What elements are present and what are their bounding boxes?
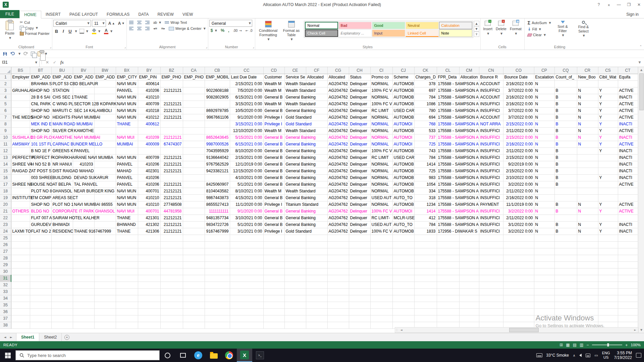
cell-BT26[interactable] [30, 241, 51, 248]
cell-CI10[interactable]: NORMAL [370, 134, 392, 141]
cell-BV12[interactable]: PANVEL [73, 147, 94, 154]
battery-icon[interactable]: ▭ [594, 353, 598, 358]
cell-CC21[interactable]: 9/1/2020 0:00 [230, 208, 263, 215]
cell-CQ25[interactable] [554, 235, 577, 241]
cell-CD14[interactable]: General B [263, 161, 284, 168]
cell-CN34[interactable] [479, 295, 503, 302]
cell-CH17[interactable]: Delinquer [349, 181, 370, 188]
increase-font-size-button[interactable]: A▲ [107, 20, 116, 26]
cell-CN15[interactable]: INSUFFICI [479, 168, 503, 174]
cell-BY37[interactable] [138, 315, 160, 322]
cell-BZ34[interactable] [160, 295, 183, 302]
cell-CP30[interactable] [534, 268, 554, 275]
file-explorer-taskbar-button[interactable] [206, 349, 221, 362]
cell-CJ25[interactable] [392, 235, 414, 241]
cell-BW26[interactable] [94, 241, 116, 248]
cell-CJ27[interactable] [392, 248, 414, 255]
cell-CK30[interactable] [414, 268, 437, 275]
comma-style-button[interactable]: , [227, 27, 230, 34]
column-header-CC[interactable]: CC [230, 67, 263, 74]
cell-style-calculation[interactable]: Calculation [439, 22, 472, 29]
cell-BS3[interactable]: GRUHALA [11, 87, 30, 94]
cell-CK33[interactable] [414, 288, 437, 295]
cell-CK31[interactable] [414, 275, 437, 282]
tab-page-layout[interactable]: PAGE LAYOUT [65, 11, 102, 18]
cell-CB37[interactable] [205, 315, 230, 322]
column-header-CN[interactable]: CN [479, 67, 503, 74]
cell-CR30[interactable] [577, 268, 598, 275]
cell-CJ11[interactable]: AUTOMOI [392, 141, 414, 147]
cell-CC26[interactable] [230, 241, 263, 248]
cell-CB9[interactable] [205, 127, 230, 134]
cell-CL35[interactable] [437, 302, 459, 308]
tab-data[interactable]: DATA [134, 11, 153, 18]
cell-CK26[interactable] [414, 241, 437, 248]
cell-BY35[interactable] [138, 302, 160, 308]
cell-CO3[interactable]: 3/7/2022 0:00 [503, 87, 534, 94]
cell-CE27[interactable] [284, 248, 306, 255]
cell-CK8[interactable]: 768 [414, 121, 437, 127]
cell-CK19[interactable]: 318 [414, 194, 437, 201]
cell-CE14[interactable]: General Banking [284, 161, 306, 168]
cell-CS7[interactable]: Y [598, 114, 618, 121]
zoom-slider-thumb[interactable] [607, 343, 609, 347]
cell-CF25[interactable] [306, 235, 327, 241]
cell-CO20[interactable]: 11/1/2019 0:00 [503, 201, 534, 208]
cell-CT16[interactable]: INACTI [618, 174, 638, 181]
column-header-BT[interactable]: BT [30, 67, 51, 74]
cell-CG9[interactable]: AG204762 [327, 127, 349, 134]
insert-cells-button[interactable]: + Insert▼ [482, 19, 494, 37]
cell-CL17[interactable]: 175588 - SAMPSON A [437, 181, 459, 188]
cell-CP3[interactable]: N [534, 87, 554, 94]
cell-BX20[interactable]: NAVI MUN [116, 201, 138, 208]
cell-CR28[interactable] [577, 255, 598, 261]
row-header-24[interactable]: 24 [0, 228, 11, 235]
cell-CG16[interactable]: AG204762 [327, 174, 349, 181]
cell-CI18[interactable]: NORMAL [370, 188, 392, 194]
cell-CL21[interactable]: 175588 - SAMPSON A [437, 208, 459, 215]
cell-CQ12[interactable]: B [554, 147, 577, 154]
cell-CI31[interactable] [370, 275, 392, 282]
cell-BU20[interactable]: PLOT NO 1 [51, 201, 73, 208]
cell-CJ8[interactable]: AUTOMOI [392, 121, 414, 127]
cell-CQ13[interactable]: B [554, 154, 577, 161]
cell-CD34[interactable] [263, 295, 284, 302]
cell-CO17[interactable]: 3/2/2022 0:00 [503, 181, 534, 188]
cell-BS9[interactable] [11, 127, 30, 134]
cell-CB14[interactable]: 9767562529 [205, 161, 230, 168]
cell-CK35[interactable] [414, 302, 437, 308]
cell-BZ31[interactable] [160, 275, 183, 282]
cell-CB12[interactable]: 7043595929 [205, 147, 230, 154]
cell-CS1[interactable]: Cibil_Wat [598, 74, 618, 80]
cell-BZ14[interactable]: 21212121 [160, 161, 183, 168]
cell-CN24[interactable]: INSUFFICI [479, 228, 503, 235]
cell-CP12[interactable]: N [534, 147, 554, 154]
column-header-CD[interactable]: CD [263, 67, 284, 74]
cell-CG15[interactable]: AG204762 [327, 168, 349, 174]
cell-BZ10[interactable]: 21212121 [160, 134, 183, 141]
cell-CG14[interactable]: AG204762 [327, 161, 349, 168]
cell-BZ24[interactable]: 21212121 [160, 228, 183, 235]
row-header-33[interactable]: 33 [0, 288, 11, 295]
cell-CJ17[interactable]: AUTOMOB [392, 181, 414, 188]
cell-BY31[interactable] [138, 275, 160, 282]
horizontal-scrollbar[interactable]: ⋮ ◄ ► [395, 327, 638, 333]
cell-CJ6[interactable]: USED CAR [392, 107, 414, 114]
cell-CI37[interactable] [370, 315, 392, 322]
cell-CJ37[interactable] [392, 315, 414, 322]
cell-CC31[interactable] [230, 275, 263, 282]
cell-BS36[interactable] [11, 308, 30, 315]
cell-CR16[interactable] [577, 174, 598, 181]
cell-CH9[interactable]: Delinquer [349, 127, 370, 134]
cell-CD25[interactable] [263, 235, 284, 241]
cell-BZ6[interactable]: 21212121 [160, 107, 183, 114]
cell-CP19[interactable]: N [534, 194, 554, 201]
cell-BX28[interactable] [116, 255, 138, 261]
cell-BZ3[interactable]: 21212121 [160, 87, 183, 94]
cell-CE25[interactable] [284, 235, 306, 241]
cell-BZ12[interactable] [160, 147, 183, 154]
row-header-25[interactable]: 25 [0, 235, 11, 241]
cell-BY2[interactable]: 400614 [138, 80, 160, 87]
start-button[interactable] [0, 349, 15, 362]
cell-CG27[interactable] [327, 248, 349, 255]
